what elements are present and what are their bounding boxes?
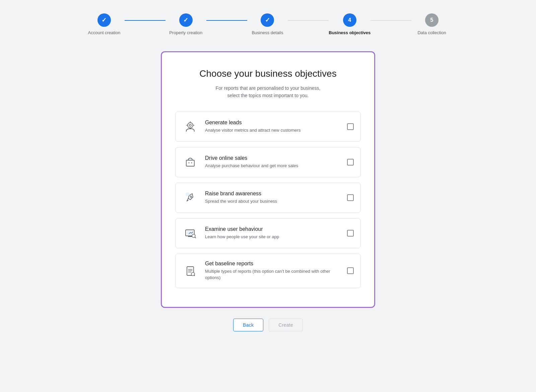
examine-user-behaviour-title: Examine user behaviour bbox=[205, 226, 342, 232]
step-label-1: Account creation bbox=[88, 30, 121, 35]
get-baseline-reports-desc: Multiple types of reports (this option c… bbox=[205, 268, 342, 281]
checkmark-icon-2: ✓ bbox=[183, 16, 188, 24]
objective-generate-leads[interactable]: Generate leads Analyse visitor metrics a… bbox=[175, 112, 361, 142]
drive-online-sales-desc: Analyse purchase behaviour and get more … bbox=[205, 162, 342, 169]
step-property-creation: ✓ Property creation bbox=[165, 13, 206, 35]
step-business-objectives: 4 Business objectives bbox=[329, 13, 371, 35]
checkmark-icon-3: ✓ bbox=[265, 16, 270, 24]
raise-brand-awareness-title: Raise brand awareness bbox=[205, 191, 342, 197]
svg-point-8 bbox=[191, 162, 192, 163]
checkmark-icon-1: ✓ bbox=[102, 16, 107, 24]
step-data-collection: 5 Data collection bbox=[411, 13, 452, 35]
drive-online-sales-icon bbox=[182, 154, 198, 170]
get-baseline-reports-text: Get baseline reports Multiple types of r… bbox=[205, 261, 342, 281]
generate-leads-desc: Analyse visitor metrics and attract new … bbox=[205, 127, 342, 134]
get-baseline-reports-checkbox[interactable] bbox=[347, 267, 354, 274]
drive-online-sales-checkbox[interactable] bbox=[347, 159, 354, 166]
create-button: Create bbox=[269, 319, 303, 331]
connector-3-4 bbox=[288, 20, 329, 21]
button-row: Back Create bbox=[233, 319, 303, 331]
objective-examine-user-behaviour[interactable]: Examine user behaviour Learn how people … bbox=[175, 218, 361, 248]
examine-user-behaviour-text: Examine user behaviour Learn how people … bbox=[205, 226, 342, 240]
svg-rect-6 bbox=[186, 160, 194, 166]
step-number-4: 4 bbox=[348, 17, 351, 23]
svg-point-9 bbox=[190, 196, 192, 197]
generate-leads-text: Generate leads Analyse visitor metrics a… bbox=[205, 120, 342, 134]
svg-point-1 bbox=[189, 124, 191, 126]
objective-raise-brand-awareness[interactable]: Raise brand awareness Spread the word ab… bbox=[175, 183, 361, 213]
objective-drive-online-sales[interactable]: Drive online sales Analyse purchase beha… bbox=[175, 147, 361, 177]
connector-1-2 bbox=[125, 20, 165, 21]
business-objectives-card: Choose your business objectives For repo… bbox=[161, 51, 375, 308]
step-circle-1: ✓ bbox=[97, 13, 111, 27]
drive-online-sales-text: Drive online sales Analyse purchase beha… bbox=[205, 155, 342, 169]
step-label-4: Business objectives bbox=[329, 30, 371, 35]
raise-brand-awareness-checkbox[interactable] bbox=[347, 194, 354, 201]
connector-4-5 bbox=[371, 20, 411, 21]
examine-user-behaviour-checkbox[interactable] bbox=[347, 230, 354, 237]
step-circle-3: ✓ bbox=[261, 13, 274, 27]
back-button[interactable]: Back bbox=[233, 319, 263, 331]
step-label-2: Property creation bbox=[169, 30, 202, 35]
generate-leads-title: Generate leads bbox=[205, 120, 342, 126]
step-circle-2: ✓ bbox=[179, 13, 193, 27]
step-account-creation: ✓ Account creation bbox=[84, 13, 125, 35]
raise-brand-awareness-text: Raise brand awareness Spread the word ab… bbox=[205, 191, 342, 205]
step-business-details: ✓ Business details bbox=[247, 13, 288, 35]
step-label-5: Data collection bbox=[417, 30, 446, 35]
step-label-3: Business details bbox=[252, 30, 283, 35]
svg-line-22 bbox=[194, 275, 195, 276]
card-title: Choose your business objectives bbox=[175, 68, 361, 79]
generate-leads-icon bbox=[182, 119, 198, 135]
raise-brand-awareness-icon bbox=[182, 190, 198, 206]
svg-point-10 bbox=[186, 192, 190, 196]
step-number-5: 5 bbox=[430, 17, 433, 23]
get-baseline-reports-icon bbox=[182, 263, 198, 279]
examine-user-behaviour-icon bbox=[182, 225, 198, 241]
raise-brand-awareness-desc: Spread the word about your business bbox=[205, 198, 342, 205]
drive-online-sales-title: Drive online sales bbox=[205, 155, 342, 161]
connector-2-3 bbox=[206, 20, 247, 21]
svg-point-0 bbox=[188, 123, 193, 128]
objective-get-baseline-reports[interactable]: Get baseline reports Multiple types of r… bbox=[175, 254, 361, 288]
step-circle-5: 5 bbox=[425, 13, 439, 27]
card-subtitle: For reports that are personalised to you… bbox=[175, 84, 361, 100]
svg-line-16 bbox=[195, 237, 196, 238]
examine-user-behaviour-desc: Learn how people use your site or app bbox=[205, 234, 342, 240]
stepper: ✓ Account creation ✓ Property creation ✓… bbox=[54, 13, 482, 35]
get-baseline-reports-title: Get baseline reports bbox=[205, 261, 342, 267]
svg-point-7 bbox=[189, 162, 190, 163]
step-circle-4: 4 bbox=[343, 13, 356, 27]
generate-leads-checkbox[interactable] bbox=[347, 123, 354, 130]
